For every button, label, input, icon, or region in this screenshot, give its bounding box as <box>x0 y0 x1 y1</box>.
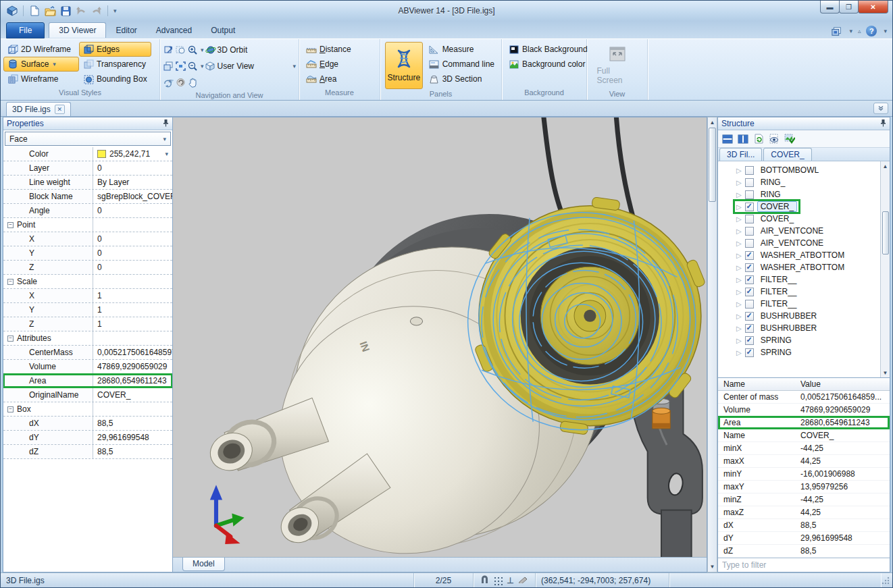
tree-checkbox[interactable] <box>745 178 754 187</box>
tree-checkbox[interactable] <box>745 263 754 272</box>
collapse-box-icon[interactable]: − <box>7 222 14 228</box>
scroll-down-icon[interactable]: ▼ <box>883 368 888 377</box>
user-view-cube-icon[interactable] <box>205 61 216 72</box>
table-row[interactable]: minX -44,25 <box>718 442 890 455</box>
tree-scrollbar[interactable]: ▲ ▼ <box>880 161 890 377</box>
table-row[interactable]: Area 28680,6549611243 <box>718 417 890 429</box>
edge-button[interactable]: Edge <box>302 57 355 72</box>
expand-arrow-icon[interactable]: ▷ <box>736 300 742 308</box>
scrollbar-thumb[interactable] <box>709 128 716 202</box>
tree-checkbox[interactable] <box>745 288 754 296</box>
transparency-button[interactable]: Transparency <box>79 57 151 72</box>
property-row[interactable]: −dX 88,5 <box>3 417 172 431</box>
tree-item[interactable]: ▷ WASHER_ATBOTTOM <box>734 261 890 273</box>
pan-hand-icon[interactable] <box>187 77 198 88</box>
ribbon-tab[interactable]: Editor <box>106 23 146 38</box>
property-row[interactable]: −CenterMass 0,00521750616485974 <box>3 346 172 360</box>
rotate-back-icon[interactable] <box>175 77 186 88</box>
property-row[interactable]: −Point <box>3 218 172 232</box>
tree-checkbox[interactable] <box>745 275 754 284</box>
expand-arrow-icon[interactable]: ▷ <box>736 167 742 174</box>
tree-item[interactable]: ▷ AIR_VENTCONE <box>734 225 890 237</box>
expand-arrow-icon[interactable]: ▷ <box>736 288 742 296</box>
tree-checkbox[interactable] <box>745 336 754 345</box>
tree-checkbox[interactable] <box>745 348 754 357</box>
expand-panel-button[interactable] <box>873 103 888 114</box>
property-row[interactable]: −Line weight By Layer <box>3 176 172 190</box>
ortho-icon[interactable]: ⊥ <box>507 576 513 585</box>
property-row[interactable]: −Y 0 <box>3 246 172 261</box>
tree-item[interactable]: ▷ BUSHRUBBER <box>734 310 890 322</box>
property-row[interactable]: −Z 0 <box>3 261 172 275</box>
help-caret-icon[interactable]: ▾ <box>884 28 887 34</box>
expand-arrow-icon[interactable]: ▷ <box>736 337 742 344</box>
tree-item[interactable]: ▷ COVER_ <box>734 201 890 213</box>
viewport-scrollbar[interactable]: ▲ ▼ <box>707 117 717 572</box>
property-row[interactable]: −X 1 <box>3 289 172 303</box>
property-row[interactable]: −Layer 0 <box>3 161 172 176</box>
table-row[interactable]: maxZ 44,25 <box>718 506 890 519</box>
collapse-ribbon-icon[interactable]: ▵ <box>858 28 861 34</box>
minimize-button[interactable]: ▬ <box>820 1 840 14</box>
structure-tab[interactable]: COVER_ <box>763 148 811 161</box>
grid-icon[interactable] <box>493 576 503 585</box>
tree-checkbox[interactable] <box>745 166 754 175</box>
zoom-out-icon[interactable] <box>187 61 198 72</box>
color-caret-icon[interactable]: ▾ <box>165 151 168 157</box>
2d-wireframe-button[interactable]: 2D Wireframe <box>3 42 79 57</box>
tree-item[interactable]: ▷ FILTER__ <box>734 298 890 310</box>
entity-type-select[interactable]: Face ▾ <box>5 132 171 146</box>
snap-magnet-icon[interactable] <box>480 574 489 586</box>
ribbon-tab[interactable]: Advanced <box>147 23 201 38</box>
split-vertical-icon[interactable] <box>738 134 748 144</box>
property-row[interactable]: −dY 29,961699548 <box>3 431 172 445</box>
property-row[interactable]: −Scale <box>3 275 172 289</box>
edges-button[interactable]: Edges <box>79 42 151 57</box>
expand-arrow-icon[interactable]: ▷ <box>736 349 742 356</box>
surface-caret-icon[interactable]: ▾ <box>53 61 56 68</box>
command-line-button[interactable]: Command line <box>425 57 499 72</box>
pin-icon[interactable] <box>163 119 169 129</box>
table-row[interactable]: Name COVER_ <box>718 429 890 442</box>
property-row[interactable]: −dZ 88,5 <box>3 445 172 459</box>
property-row[interactable]: −Angle 0 <box>3 204 172 218</box>
ribbon-tab[interactable]: File <box>6 22 45 38</box>
refresh-structure-icon[interactable] <box>753 134 764 144</box>
copy-view-icon[interactable] <box>163 61 174 72</box>
scrollbar-thumb[interactable] <box>882 211 889 255</box>
user-view-caret-icon[interactable]: ▾ <box>292 63 296 70</box>
expand-arrow-icon[interactable]: ▷ <box>736 191 742 198</box>
restore-button[interactable]: ❐ <box>839 1 859 14</box>
pin-icon[interactable] <box>880 119 886 129</box>
property-row[interactable]: −Z 1 <box>3 317 172 331</box>
expand-arrow-icon[interactable]: ▷ <box>736 179 742 186</box>
expand-arrow-icon[interactable]: ▷ <box>736 276 742 284</box>
table-row[interactable]: dX 88,5 <box>718 519 890 532</box>
zoom-window-icon[interactable] <box>175 45 186 55</box>
tree-item[interactable]: ▷ SPRING <box>734 346 890 358</box>
tree-checkbox[interactable] <box>745 300 754 309</box>
table-row[interactable]: dZ 88,5 <box>718 545 890 558</box>
ribbon-tab[interactable]: Output <box>201 23 245 38</box>
apply-selection-icon[interactable] <box>784 134 795 144</box>
table-row[interactable]: maxX 44,25 <box>718 455 890 468</box>
table-row[interactable]: minY -16,001906988 <box>718 468 890 481</box>
resize-grip[interactable] <box>881 576 890 585</box>
bounding-box-button[interactable]: Bounding Box <box>79 72 151 86</box>
ribbon-tab[interactable]: 3D Viewer <box>49 22 106 38</box>
switch-windows-caret-icon[interactable]: ▾ <box>849 28 852 34</box>
zoom-in-caret-icon[interactable]: ▾ <box>201 47 204 53</box>
scroll-up-icon[interactable]: ▲ <box>883 161 888 171</box>
property-row[interactable]: −Attributes <box>3 331 172 346</box>
table-row[interactable]: minZ -44,25 <box>718 493 890 506</box>
tree-item[interactable]: ▷ RING_ <box>734 176 890 188</box>
measure-panel-button[interactable]: Measure <box>425 42 499 57</box>
surface-button[interactable]: Surface ▾ <box>3 57 79 72</box>
table-row[interactable]: dY 29,961699548 <box>718 532 890 545</box>
3d-viewport[interactable]: IN <box>173 117 707 557</box>
tree-item[interactable]: ▷ AIR_VENTCONE <box>734 237 890 249</box>
property-row-color[interactable]: Color 255,242,71 ▾ <box>3 147 172 161</box>
expand-arrow-icon[interactable]: ▷ <box>736 313 742 320</box>
property-row[interactable]: −Y 1 <box>3 303 172 317</box>
background-color-button[interactable]: Background color <box>505 57 592 72</box>
